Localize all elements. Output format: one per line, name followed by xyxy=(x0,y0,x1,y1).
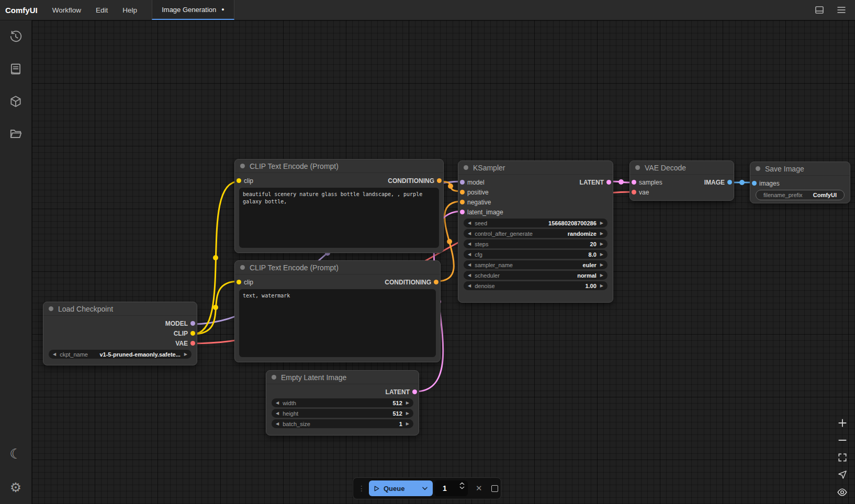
node-title: CLIP Text Encode (Prompt) xyxy=(250,264,339,272)
menu-help[interactable]: Help xyxy=(115,0,144,20)
increment-icon[interactable]: ▶ xyxy=(600,221,603,225)
toggle-link-visibility-icon[interactable] xyxy=(837,487,848,498)
tab-image-generation[interactable]: Image Generation ● xyxy=(152,0,234,20)
queue-icon[interactable] xyxy=(9,62,22,76)
decrement-icon[interactable]: ◀ xyxy=(276,422,279,426)
node-title: VAE Decode xyxy=(645,164,686,172)
menu-workflow[interactable]: Workflow xyxy=(45,0,88,20)
positive-input-dot[interactable] xyxy=(460,190,465,194)
vae-output-dot[interactable] xyxy=(190,341,195,346)
node-save-image[interactable]: Save Image images filename_prefix ComfyU… xyxy=(750,162,850,203)
images-input-dot[interactable] xyxy=(752,181,757,186)
node-collapse-dot[interactable] xyxy=(272,375,276,380)
clip-input-dot[interactable] xyxy=(237,178,241,183)
output-slot-clip[interactable]: CLIP xyxy=(43,328,197,338)
decrement-count-icon[interactable] xyxy=(459,486,465,489)
widget-batch-size[interactable]: ◀ batch_size 1 ▶ xyxy=(272,419,413,428)
node-ksampler[interactable]: KSampler model LATENT positive negative … xyxy=(458,161,613,303)
decrement-icon[interactable]: ◀ xyxy=(468,232,471,236)
panel-toggle-icon[interactable] xyxy=(814,5,825,15)
increment-icon[interactable]: ▶ xyxy=(184,352,187,357)
increment-icon[interactable]: ▶ xyxy=(600,253,603,257)
increment-icon[interactable]: ▶ xyxy=(406,422,409,426)
samples-input-dot[interactable] xyxy=(632,180,636,185)
vae-input-dot[interactable] xyxy=(632,190,636,194)
decrement-icon[interactable]: ◀ xyxy=(468,242,471,246)
latent-output-dot[interactable] xyxy=(412,390,417,394)
increment-icon[interactable]: ▶ xyxy=(406,411,409,416)
widget-filename-prefix[interactable]: filename_prefix ComfyUI xyxy=(756,190,845,200)
decrement-icon[interactable]: ◀ xyxy=(468,253,471,257)
decrement-icon[interactable]: ◀ xyxy=(468,221,471,225)
widget-ckpt-name[interactable]: ◀ ckpt_name v1-5-pruned-emaonly.safete..… xyxy=(49,350,192,359)
widget-sampler-name[interactable]: ◀ sampler_name euler ▶ xyxy=(464,260,608,269)
settings-icon[interactable]: ⚙ xyxy=(10,481,21,494)
increment-icon[interactable]: ▶ xyxy=(600,273,603,278)
widget-height[interactable]: ◀ height 512 ▶ xyxy=(272,409,413,418)
node-vae-decode[interactable]: VAE Decode samples IMAGE vae xyxy=(629,161,734,201)
workflows-icon[interactable] xyxy=(9,127,22,141)
decrement-icon[interactable]: ◀ xyxy=(276,401,279,405)
decrement-icon[interactable]: ◀ xyxy=(468,273,471,278)
node-collapse-dot[interactable] xyxy=(240,265,245,270)
node-load-checkpoint[interactable]: Load Checkpoint MODEL CLIP VAE ◀ ckpt_na… xyxy=(43,302,197,365)
widget-width[interactable]: ◀ width 512 ▶ xyxy=(272,398,413,407)
widget-cfg[interactable]: ◀ cfg 8.0 ▶ xyxy=(464,250,608,259)
tab-label: Image Generation xyxy=(162,6,216,14)
conditioning-output-dot[interactable] xyxy=(434,280,438,284)
decrement-icon[interactable]: ◀ xyxy=(53,352,56,357)
node-collapse-dot[interactable] xyxy=(464,165,468,170)
decrement-icon[interactable]: ◀ xyxy=(468,263,471,267)
drag-handle-icon[interactable]: ⋮ xyxy=(353,484,369,492)
zoom-in-icon[interactable] xyxy=(837,418,848,428)
queue-button[interactable]: Queue xyxy=(369,480,433,496)
widget-control-after-generate[interactable]: ◀ control_after_generate randomize ▶ xyxy=(464,229,608,238)
negative-input-dot[interactable] xyxy=(460,200,465,204)
fit-view-icon[interactable] xyxy=(837,452,848,463)
clip-input-dot[interactable] xyxy=(237,280,241,284)
node-collapse-dot[interactable] xyxy=(240,164,245,168)
node-graph-canvas[interactable] xyxy=(32,20,855,504)
image-output-dot[interactable] xyxy=(727,180,732,185)
decrement-icon[interactable]: ◀ xyxy=(468,284,471,288)
conditioning-output-dot[interactable] xyxy=(437,178,442,183)
model-output-dot[interactable] xyxy=(190,321,195,326)
clear-queue-icon[interactable]: ✕ xyxy=(476,484,482,493)
increment-icon[interactable]: ▶ xyxy=(600,284,603,288)
clip-output-dot[interactable] xyxy=(190,331,195,336)
menu-edit[interactable]: Edit xyxy=(88,0,115,20)
decrement-icon[interactable]: ◀ xyxy=(276,411,279,416)
node-collapse-dot[interactable] xyxy=(635,165,640,170)
latent-output-dot[interactable] xyxy=(606,180,611,185)
zoom-out-icon[interactable] xyxy=(837,435,848,445)
batch-count-input[interactable]: 1 xyxy=(434,480,468,496)
menu-icon[interactable] xyxy=(836,5,847,15)
widget-seed[interactable]: ◀ seed 156680208700286 ▶ xyxy=(464,219,608,227)
history-icon[interactable] xyxy=(9,30,22,43)
model-library-icon[interactable] xyxy=(9,95,22,108)
model-input-dot[interactable] xyxy=(460,180,465,185)
latent-image-input-dot[interactable] xyxy=(460,210,465,214)
widget-steps[interactable]: ◀ steps 20 ▶ xyxy=(464,239,608,248)
queue-options-chevron-icon[interactable] xyxy=(421,485,429,492)
node-collapse-dot[interactable] xyxy=(49,306,53,311)
positive-prompt-textarea[interactable]: beautiful scenery nature glass bottle la… xyxy=(239,188,439,248)
node-collapse-dot[interactable] xyxy=(756,166,760,171)
select-mode-icon[interactable] xyxy=(837,469,848,480)
interrupt-icon[interactable] xyxy=(491,485,498,492)
node-clip-text-encode-positive[interactable]: CLIP Text Encode (Prompt) clip CONDITION… xyxy=(234,159,444,253)
increment-icon[interactable]: ▶ xyxy=(600,232,603,236)
node-clip-text-encode-negative[interactable]: CLIP Text Encode (Prompt) clip CONDITION… xyxy=(234,260,441,362)
negative-prompt-textarea[interactable]: text, watermark xyxy=(239,289,436,357)
increment-count-icon[interactable] xyxy=(459,482,465,485)
output-slot-vae[interactable]: VAE xyxy=(43,338,197,348)
increment-icon[interactable]: ▶ xyxy=(600,263,603,267)
output-slot-model[interactable]: MODEL xyxy=(43,318,197,328)
widget-scheduler[interactable]: ◀ scheduler normal ▶ xyxy=(464,271,608,280)
increment-icon[interactable]: ▶ xyxy=(600,242,603,246)
node-title-bar: CLIP Text Encode (Prompt) xyxy=(235,159,443,173)
increment-icon[interactable]: ▶ xyxy=(406,401,409,405)
node-empty-latent-image[interactable]: Empty Latent Image LATENT ◀ width 512 ▶ … xyxy=(266,370,419,436)
theme-toggle-icon[interactable]: ☾ xyxy=(9,447,21,461)
widget-denoise[interactable]: ◀ denoise 1.00 ▶ xyxy=(464,281,608,290)
